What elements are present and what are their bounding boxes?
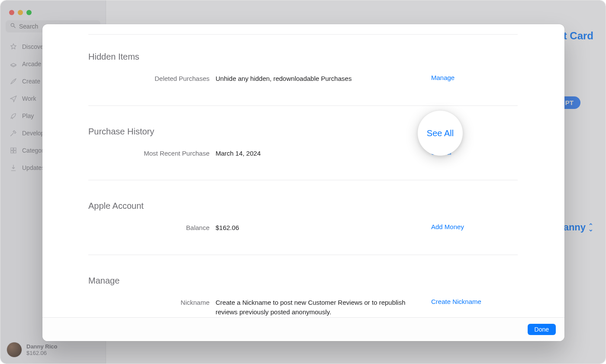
section-apple-account: Apple Account Balance $162.06 Add Money bbox=[88, 180, 518, 255]
row-label: Deleted Purchases bbox=[88, 74, 216, 84]
manage-hidden-link[interactable]: Manage bbox=[431, 74, 518, 81]
see-all-highlight-label: See All bbox=[427, 128, 454, 138]
row-value: Create a Nickname to post new Customer R… bbox=[216, 298, 431, 317]
row-balance: Balance $162.06 Add Money bbox=[88, 222, 518, 234]
row-value: Unhide any hidden, redownloadable Purcha… bbox=[216, 74, 431, 84]
section-hidden-items: Hidden Items Deleted Purchases Unhide an… bbox=[88, 52, 518, 106]
create-nickname-link[interactable]: Create Nickname bbox=[431, 298, 518, 305]
row-label: Balance bbox=[88, 223, 216, 233]
row-value: March 14, 2024 bbox=[216, 149, 431, 159]
modal-footer: Done bbox=[42, 317, 564, 341]
row-label: Most Recent Purchase bbox=[88, 149, 216, 159]
row-deleted-purchases: Deleted Purchases Unhide any hidden, red… bbox=[88, 73, 518, 85]
row-nickname: Nickname Create a Nickname to post new C… bbox=[88, 297, 518, 318]
see-all-highlight[interactable]: See All bbox=[418, 111, 463, 156]
section-title: Hidden Items bbox=[88, 52, 518, 62]
add-money-link[interactable]: Add Money bbox=[431, 223, 518, 230]
row-value: $162.06 bbox=[216, 223, 431, 233]
section-manage: Manage Nickname Create a Nickname to pos… bbox=[88, 255, 518, 318]
section-title: Manage bbox=[88, 276, 518, 286]
modal-body: Hidden Items Deleted Purchases Unhide an… bbox=[42, 24, 564, 317]
account-settings-modal: Hidden Items Deleted Purchases Unhide an… bbox=[42, 24, 564, 341]
row-label: Nickname bbox=[88, 298, 216, 308]
section-title: Apple Account bbox=[88, 201, 518, 211]
divider bbox=[88, 34, 518, 35]
done-button[interactable]: Done bbox=[528, 324, 556, 335]
